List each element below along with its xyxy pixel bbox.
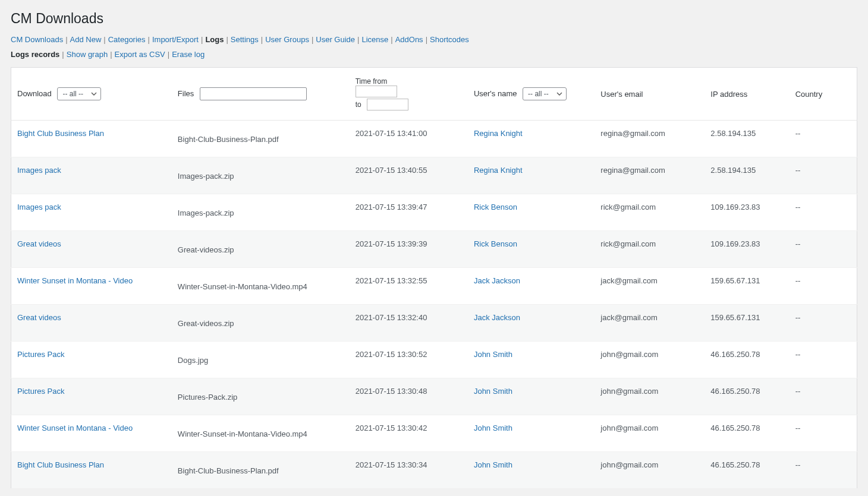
user-link[interactable]: Regina Knight [474,129,523,138]
download-link[interactable]: Great videos [17,239,61,248]
col-header-time: Time from to [350,68,468,121]
filter-files-label: Files [178,89,194,98]
user-link[interactable]: Rick Benson [474,203,517,211]
table-row: Winter Sunset in Montana - VideoWinter-S… [11,268,857,305]
col-header-user: User's name -- all -- [468,68,595,121]
user-link[interactable]: John Smith [474,460,512,469]
user-link[interactable]: John Smith [474,424,512,432]
time-cell: 2021-07-15 13:32:40 [350,305,468,342]
email-cell: jack@gmail.com [595,305,705,342]
tab-user-guide[interactable]: User Guide [316,35,355,44]
download-link[interactable]: Winter Sunset in Montana - Video [17,424,133,432]
tab-categories[interactable]: Categories [108,35,146,44]
country-cell: -- [790,231,857,268]
tab-settings[interactable]: Settings [231,35,259,44]
tab-add-new[interactable]: Add New [70,35,102,44]
email-cell: rick@gmail.com [595,231,705,268]
ip-cell: 159.65.67.131 [705,305,789,342]
filter-time-from-label: Time from [356,77,394,86]
filter-files-input[interactable] [200,87,307,100]
logs-table: Download -- all -- Files Time from [11,67,857,489]
col-header-country: Country [790,68,857,121]
table-row: Images packImages-pack.zip2021-07-15 13:… [11,194,857,231]
primary-tabs: CM Downloads|Add New|Categories|Import/E… [11,35,857,44]
subtab-show-graph[interactable]: Show graph [67,50,108,59]
col-header-files: Files [172,68,350,121]
file-cell: Great-videos.zip [172,305,350,342]
filter-ip-label: IP address [710,90,747,99]
table-row: Winter Sunset in Montana - VideoWinter-S… [11,415,857,452]
file-cell: Great-videos.zip [172,231,350,268]
file-cell: Winter-Sunset-in-Montana-Video.mp4 [172,268,350,305]
email-cell: john@gmail.com [595,342,705,378]
download-link[interactable]: Images pack [17,166,61,175]
col-header-ip: IP address [705,68,789,121]
file-cell: Images-pack.zip [172,157,350,194]
file-cell: Bight-Club-Business-Plan.pdf [172,452,350,489]
tab-logs[interactable]: Logs [205,35,224,44]
filter-time-to-label: to [356,100,364,109]
tab-shortcodes[interactable]: Shortcodes [430,35,469,44]
ip-cell: 46.165.250.78 [705,378,789,415]
user-link[interactable]: Jack Jackson [474,276,520,285]
time-cell: 2021-07-15 13:41:00 [350,121,468,157]
ip-cell: 46.165.250.78 [705,415,789,452]
tab-user-groups[interactable]: User Groups [265,35,309,44]
time-cell: 2021-07-15 13:32:55 [350,268,468,305]
country-cell: -- [790,378,857,415]
subtab-logs-records[interactable]: Logs records [11,50,59,59]
time-cell: 2021-07-15 13:30:34 [350,452,468,489]
table-row: Pictures PackPictures-Pack.zip2021-07-15… [11,378,857,415]
download-link[interactable]: Bight Club Business Plan [17,129,104,138]
user-link[interactable]: Jack Jackson [474,313,520,322]
time-cell: 2021-07-15 13:40:55 [350,157,468,194]
user-link[interactable]: John Smith [474,387,512,396]
country-cell: -- [790,194,857,231]
filter-time-to-input[interactable] [367,99,408,110]
filter-country-label: Country [795,90,823,99]
ip-cell: 46.165.250.78 [705,452,789,489]
user-link[interactable]: John Smith [474,350,512,359]
download-link[interactable]: Bight Club Business Plan [17,460,104,469]
country-cell: -- [790,342,857,378]
email-cell: john@gmail.com [595,452,705,489]
time-cell: 2021-07-15 13:30:42 [350,415,468,452]
email-cell: john@gmail.com [595,378,705,415]
download-link[interactable]: Pictures Pack [17,387,64,396]
user-link[interactable]: Regina Knight [474,166,523,175]
country-cell: -- [790,452,857,489]
subtab-export-as-csv[interactable]: Export as CSV [115,50,165,59]
download-link[interactable]: Pictures Pack [17,350,64,359]
subtab-erase-log[interactable]: Erase log [172,50,205,59]
tab-cm-downloads[interactable]: CM Downloads [11,35,63,44]
file-cell: Pictures-Pack.zip [172,378,350,415]
email-cell: rick@gmail.com [595,194,705,231]
country-cell: -- [790,305,857,342]
ip-cell: 109.169.23.83 [705,194,789,231]
table-row: Images packImages-pack.zip2021-07-15 13:… [11,157,857,194]
col-header-download: Download -- all -- [11,68,172,121]
tab-import-export[interactable]: Import/Export [152,35,199,44]
filter-time-from-input[interactable] [356,86,397,97]
download-link[interactable]: Great videos [17,313,61,322]
download-link[interactable]: Winter Sunset in Montana - Video [17,276,133,285]
col-header-email: User's email [595,68,705,121]
ip-cell: 109.169.23.83 [705,231,789,268]
download-link[interactable]: Images pack [17,203,61,211]
chevron-down-icon [556,91,562,97]
table-row: Pictures PackDogs.jpg2021-07-15 13:30:52… [11,342,857,378]
filter-user-label: User's name [474,89,517,98]
time-cell: 2021-07-15 13:30:52 [350,342,468,378]
ip-cell: 2.58.194.135 [705,121,789,157]
time-cell: 2021-07-15 13:39:39 [350,231,468,268]
filter-email-label: User's email [600,90,643,99]
tab-addons[interactable]: AddOns [395,35,423,44]
user-link[interactable]: Rick Benson [474,239,517,248]
file-cell: Dogs.jpg [172,342,350,378]
email-cell: jack@gmail.com [595,268,705,305]
table-row: Bight Club Business PlanBight-Club-Busin… [11,121,857,157]
filter-download-select[interactable]: -- all -- [57,87,101,100]
filter-user-select[interactable]: -- all -- [523,87,567,100]
email-cell: regina@gmail.com [595,157,705,194]
tab-license[interactable]: License [361,35,388,44]
